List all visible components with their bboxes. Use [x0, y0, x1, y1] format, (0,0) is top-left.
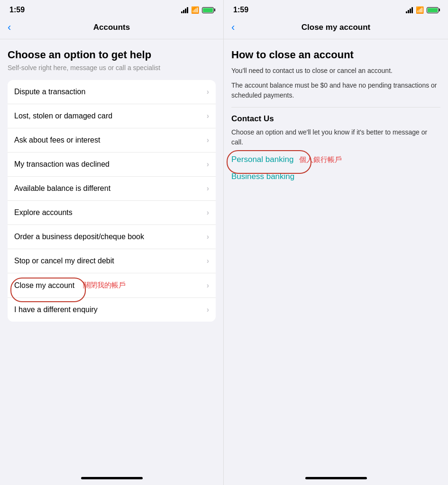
- menu-item-direct-debit[interactable]: Stop or cancel my direct debit ›: [8, 249, 216, 273]
- nav-bar-left: ‹ Accounts: [0, 18, 223, 39]
- nav-bar-right: ‹ Close my account: [224, 18, 448, 39]
- left-phone-panel: 1:59 📶 ‹ Accounts Choose an option to ge…: [0, 0, 224, 485]
- menu-item-label-explore: Explore accounts: [14, 208, 73, 217]
- how-to-body1: You'll need to contact us to close or ca…: [231, 66, 440, 76]
- personal-banking-link[interactable]: Personal banking: [231, 155, 293, 164]
- back-button-right[interactable]: ‹: [231, 21, 235, 34]
- home-indicator-right: [224, 473, 448, 485]
- right-phone-panel: 1:59 📶 ‹ Close my account How to close a…: [224, 0, 448, 485]
- contact-us-title: Contact Us: [231, 114, 440, 124]
- wifi-icon: 📶: [191, 6, 199, 14]
- menu-item-label-order-book: Order a business deposit/cheque book: [14, 233, 144, 241]
- chevron-close-account: ›: [207, 281, 209, 290]
- signal-icon-right: [406, 7, 413, 13]
- menu-item-declined[interactable]: My transaction was declined ›: [8, 153, 216, 177]
- close-account-annotation: 關閉我的帳戶: [83, 281, 126, 290]
- menu-item-label-fees: Ask about fees or interest: [14, 136, 100, 144]
- chevron-dispute: ›: [207, 88, 209, 96]
- chevron-order-book: ›: [207, 233, 209, 241]
- chevron-different-enquiry: ›: [207, 305, 209, 314]
- menu-item-label-balance: Available balance is different: [14, 184, 110, 193]
- chevron-direct-debit: ›: [207, 257, 209, 265]
- status-icons-right: 📶: [406, 6, 439, 14]
- menu-item-label-declined: My transaction was declined: [14, 160, 110, 169]
- menu-item-balance[interactable]: Available balance is different ›: [8, 177, 216, 201]
- menu-list: Dispute a transaction › Lost, stolen or …: [8, 80, 216, 322]
- menu-item-close-account[interactable]: Close my account 關閉我的帳戶 ›: [8, 273, 216, 298]
- status-bar-right: 1:59 📶: [224, 0, 448, 18]
- menu-item-lost-card[interactable]: Lost, stolen or damaged card ›: [8, 104, 216, 128]
- chevron-balance: ›: [207, 184, 209, 193]
- personal-banking-annotation: 個人銀行帳戶: [299, 155, 342, 164]
- menu-item-different-enquiry[interactable]: I have a different enquiry ›: [8, 298, 216, 322]
- home-indicator-left: [0, 473, 223, 485]
- chevron-declined: ›: [207, 160, 209, 169]
- right-content: How to close an account You'll need to c…: [224, 39, 448, 186]
- section-title: Choose an option to get help: [8, 49, 216, 61]
- how-to-title: How to close an account: [231, 49, 440, 61]
- menu-item-fees[interactable]: Ask about fees or interest ›: [8, 128, 216, 153]
- battery-icon-right: [427, 7, 439, 13]
- menu-item-dispute[interactable]: Dispute a transaction ›: [8, 80, 216, 104]
- wifi-icon-right: 📶: [416, 6, 424, 14]
- chevron-lost-card: ›: [207, 112, 209, 120]
- business-banking-link[interactable]: Business banking: [231, 172, 440, 181]
- personal-banking-wrapper: Personal banking 個人銀行帳戶: [231, 155, 440, 164]
- contact-us-subtitle: Choose an option and we'll let you know …: [231, 127, 440, 147]
- nav-title-left: Accounts: [93, 23, 130, 32]
- left-content: Choose an option to get help Self-solve …: [0, 39, 223, 473]
- menu-item-label-lost-card: Lost, stolen or damaged card: [14, 112, 112, 120]
- menu-item-label-different-enquiry: I have a different enquiry: [14, 305, 98, 314]
- section-subtitle: Self-solve right here, message us or cal…: [8, 64, 216, 72]
- chevron-fees: ›: [207, 136, 209, 144]
- status-icons-left: 📶: [181, 6, 214, 14]
- menu-item-order-book[interactable]: Order a business deposit/cheque book ›: [8, 225, 216, 249]
- battery-icon: [202, 7, 214, 13]
- divider: [231, 107, 440, 108]
- menu-item-label-dispute: Dispute a transaction: [14, 88, 85, 96]
- menu-item-label-direct-debit: Stop or cancel my direct debit: [14, 257, 114, 265]
- status-bar-left: 1:59 📶: [0, 0, 223, 18]
- back-button-left[interactable]: ‹: [8, 21, 11, 34]
- status-time-right: 1:59: [233, 6, 248, 14]
- menu-item-explore[interactable]: Explore accounts ›: [8, 201, 216, 225]
- status-time-left: 1:59: [9, 6, 25, 14]
- signal-icon: [181, 7, 188, 13]
- chevron-explore: ›: [207, 208, 209, 217]
- nav-title-right: Close my account: [302, 23, 371, 32]
- how-to-body2: The account balance must be $0 and have …: [231, 81, 440, 100]
- menu-item-label-close-account: Close my account: [14, 281, 74, 290]
